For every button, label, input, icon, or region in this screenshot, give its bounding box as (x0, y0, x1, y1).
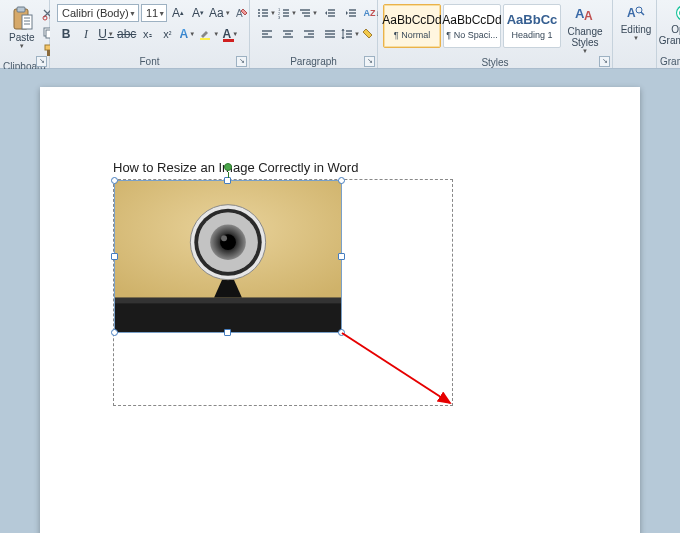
clear-formatting-button[interactable]: A (233, 4, 251, 22)
styles-dialog-launcher[interactable]: ↘ (599, 56, 610, 67)
align-center-icon (282, 28, 294, 40)
highlight-icon (198, 27, 212, 41)
justify-button[interactable] (320, 25, 339, 43)
style-no-spacing[interactable]: AaBbCcDd ¶ No Spaci... (443, 4, 501, 48)
group-label-styles: Styles (381, 56, 609, 69)
document-page: How to Resize an Image Correctly in Word (40, 87, 640, 533)
align-left-button[interactable] (257, 25, 276, 43)
grammarly-icon (675, 4, 681, 22)
group-editing: A Editing ▼ (613, 0, 657, 68)
justify-icon (324, 28, 336, 40)
svg-rect-2 (22, 15, 32, 29)
strikethrough-button[interactable]: abc (117, 25, 136, 43)
ribbon: Paste ▼ Clipboard ↘ Calibri (B (0, 0, 680, 69)
grow-font-button[interactable]: A▴ (169, 4, 187, 22)
multilevel-list-button[interactable]: ▼ (299, 4, 318, 22)
align-left-icon (261, 28, 273, 40)
decrease-indent-button[interactable] (320, 4, 339, 22)
increase-indent-icon (345, 7, 357, 19)
highlight-button[interactable]: ▼ (198, 25, 219, 43)
svg-point-14 (258, 9, 260, 11)
bullets-icon (257, 7, 269, 19)
svg-text:A: A (627, 6, 636, 20)
paste-label: Paste (9, 32, 35, 43)
rotate-handle[interactable] (224, 163, 232, 171)
group-font: Calibri (Body)▼ 11▼ A▴ A▾ Aa▼ A B I U▼ a… (50, 0, 250, 68)
increase-indent-button[interactable] (341, 4, 360, 22)
text-effects-button[interactable]: A▼ (178, 25, 196, 43)
subscript-button[interactable]: x (138, 25, 156, 43)
resize-handle-tl[interactable] (111, 177, 118, 184)
paragraph-dialog-launcher[interactable]: ↘ (364, 56, 375, 67)
webcam-image-icon (115, 181, 341, 332)
resize-handle-bl[interactable] (111, 329, 118, 336)
font-color-button[interactable]: A ▼ (221, 25, 239, 43)
font-dialog-launcher[interactable]: ↘ (236, 56, 247, 67)
svg-rect-1 (17, 7, 25, 12)
group-clipboard: Paste ▼ Clipboard ↘ (0, 0, 50, 68)
style-heading-1[interactable]: AaBbCc Heading 1 (503, 4, 561, 48)
svg-text:3: 3 (278, 15, 281, 19)
svg-rect-13 (200, 38, 210, 40)
group-label-font: Font (53, 55, 246, 68)
document-workspace[interactable]: How to Resize an Image Correctly in Word (0, 69, 680, 533)
align-center-button[interactable] (278, 25, 297, 43)
align-right-button[interactable] (299, 25, 318, 43)
resize-handle-r[interactable] (338, 253, 345, 260)
font-size-combo[interactable]: 11▼ (141, 4, 167, 22)
numbering-icon: 123 (278, 7, 290, 19)
multilevel-icon (299, 7, 311, 19)
editing-button[interactable]: A Editing ▼ (616, 2, 656, 43)
svg-line-70 (342, 333, 450, 403)
paste-button[interactable]: Paste ▼ (5, 4, 39, 50)
resize-handle-t[interactable] (224, 177, 231, 184)
clipboard-dialog-launcher[interactable]: ↘ (36, 56, 47, 67)
inserted-image[interactable] (114, 180, 342, 333)
svg-rect-61 (115, 299, 341, 332)
svg-point-18 (258, 15, 260, 17)
svg-point-69 (221, 235, 227, 241)
group-styles: AaBbCcDd ¶ Normal AaBbCcDd ¶ No Spaci...… (378, 0, 613, 68)
svg-rect-62 (115, 297, 341, 303)
change-case-button[interactable]: Aa▼ (209, 4, 231, 22)
clear-formatting-icon: A (235, 6, 249, 20)
line-spacing-icon (341, 28, 353, 40)
superscript-button[interactable]: x (158, 25, 176, 43)
svg-point-16 (258, 12, 260, 14)
change-styles-button[interactable]: AA Change Styles ▼ (563, 4, 607, 54)
numbering-button[interactable]: 123▼ (278, 4, 297, 22)
underline-button[interactable]: U▼ (97, 25, 115, 43)
change-styles-icon: AA (575, 4, 595, 24)
decrease-indent-icon (324, 7, 336, 19)
bold-button[interactable]: B (57, 25, 75, 43)
shading-icon (362, 27, 376, 41)
group-label-paragraph: Paragraph (253, 55, 374, 68)
open-grammarly-button[interactable]: Open Grammarly (660, 2, 680, 48)
align-right-icon (303, 28, 315, 40)
resize-handle-b[interactable] (224, 329, 231, 336)
find-icon: A (627, 4, 645, 22)
svg-text:A: A (584, 9, 593, 23)
document-heading: How to Resize an Image Correctly in Word (113, 160, 358, 175)
svg-line-57 (641, 12, 644, 15)
bullets-button[interactable]: ▼ (257, 4, 276, 22)
group-label-grammarly: Grammarly (660, 55, 680, 68)
style-normal[interactable]: AaBbCcDd ¶ Normal (383, 4, 441, 48)
group-paragraph: ▼ 123▼ ▼ AZ↓ ¶ (250, 0, 378, 68)
italic-button[interactable]: I (77, 25, 95, 43)
resize-handle-tr[interactable] (338, 177, 345, 184)
resize-handle-br[interactable] (338, 329, 345, 336)
line-spacing-button[interactable]: ▼ (341, 25, 360, 43)
paste-icon (11, 6, 33, 32)
resize-handle-l[interactable] (111, 253, 118, 260)
group-grammarly: Open Grammarly Grammarly (657, 0, 680, 68)
resize-target-outline (113, 179, 453, 406)
font-name-combo[interactable]: Calibri (Body)▼ (57, 4, 139, 22)
shrink-font-button[interactable]: A▾ (189, 4, 207, 22)
